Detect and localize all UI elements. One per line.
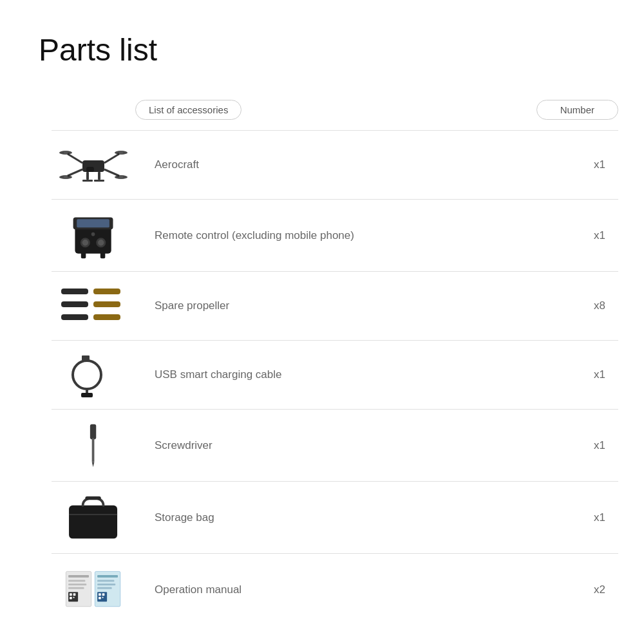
svg-rect-43 bbox=[86, 497, 101, 500]
svg-line-5 bbox=[104, 169, 119, 176]
svg-rect-51 bbox=[73, 593, 76, 596]
svg-rect-29 bbox=[93, 289, 120, 294]
remote-name: Remote control (excluding mobile phone) bbox=[135, 229, 580, 242]
manual-image bbox=[52, 565, 135, 614]
svg-rect-37 bbox=[81, 393, 93, 397]
svg-line-2 bbox=[68, 154, 82, 163]
manual-name: Operation manual bbox=[135, 583, 580, 596]
svg-rect-16 bbox=[82, 180, 93, 182]
table-row: Storage bag x1 bbox=[52, 481, 618, 553]
usb-count: x1 bbox=[580, 368, 618, 381]
table-row: Operation manual x2 bbox=[52, 553, 618, 625]
svg-point-10 bbox=[64, 151, 68, 155]
svg-point-24 bbox=[99, 240, 104, 245]
svg-rect-48 bbox=[69, 587, 84, 589]
svg-line-4 bbox=[104, 154, 119, 163]
screwdriver-count: x1 bbox=[580, 439, 618, 452]
manual-count: x2 bbox=[580, 583, 618, 596]
svg-point-13 bbox=[119, 175, 123, 179]
svg-rect-52 bbox=[70, 597, 72, 600]
usb-name: USB smart charging cable bbox=[135, 368, 580, 381]
table-header: List of accessories Number bbox=[52, 100, 618, 130]
svg-rect-26 bbox=[81, 252, 86, 258]
svg-rect-61 bbox=[102, 593, 105, 596]
bag-image bbox=[52, 493, 135, 542]
svg-rect-32 bbox=[61, 314, 88, 320]
svg-rect-1 bbox=[86, 167, 94, 172]
svg-point-11 bbox=[64, 175, 68, 179]
remote-image bbox=[52, 211, 135, 260]
svg-rect-55 bbox=[98, 575, 118, 578]
svg-rect-45 bbox=[69, 575, 90, 578]
table-row: Spare propeller x8 bbox=[52, 271, 618, 340]
svg-rect-15 bbox=[98, 172, 100, 180]
svg-rect-39 bbox=[92, 438, 95, 462]
propeller-count: x8 bbox=[580, 299, 618, 312]
bag-count: x1 bbox=[580, 511, 618, 524]
usb-image bbox=[52, 352, 135, 397]
aerocraft-count: x1 bbox=[580, 158, 618, 171]
page-title: Parts list bbox=[39, 32, 605, 68]
svg-rect-46 bbox=[69, 580, 86, 582]
svg-rect-50 bbox=[70, 593, 72, 596]
svg-rect-20 bbox=[77, 219, 110, 227]
aerocraft-name: Aerocraft bbox=[135, 158, 580, 171]
table-row: Remote control (excluding mobile phone) … bbox=[52, 199, 618, 271]
svg-rect-58 bbox=[98, 587, 113, 589]
screwdriver-name: Screwdriver bbox=[135, 439, 580, 452]
parts-table: Aerocraft x1 bbox=[52, 130, 618, 625]
svg-rect-62 bbox=[99, 597, 101, 600]
remote-count: x1 bbox=[580, 229, 618, 242]
svg-rect-14 bbox=[86, 172, 89, 180]
svg-marker-40 bbox=[92, 462, 95, 468]
svg-rect-38 bbox=[90, 424, 96, 439]
accessories-header: List of accessories bbox=[135, 100, 242, 120]
svg-rect-47 bbox=[69, 583, 87, 585]
parts-list-container: List of accessories Number bbox=[52, 100, 618, 625]
svg-rect-18 bbox=[75, 226, 111, 253]
svg-line-3 bbox=[68, 169, 82, 176]
svg-point-22 bbox=[82, 240, 88, 245]
propeller-name: Spare propeller bbox=[135, 299, 580, 312]
svg-rect-57 bbox=[98, 583, 116, 585]
svg-rect-30 bbox=[61, 301, 88, 307]
propeller-image bbox=[52, 283, 135, 328]
table-row: Screwdriver x1 bbox=[52, 409, 618, 481]
svg-rect-53 bbox=[73, 597, 75, 598]
svg-rect-27 bbox=[100, 252, 106, 258]
svg-rect-63 bbox=[102, 597, 104, 598]
svg-rect-17 bbox=[94, 180, 104, 182]
aerocraft-image bbox=[52, 142, 135, 187]
table-row: USB smart charging cable x1 bbox=[52, 340, 618, 409]
bag-name: Storage bag bbox=[135, 511, 580, 524]
screwdriver-image bbox=[52, 421, 135, 469]
svg-point-34 bbox=[73, 361, 101, 389]
table-row: Aerocraft x1 bbox=[52, 130, 618, 199]
number-header: Number bbox=[536, 100, 618, 120]
svg-rect-31 bbox=[93, 301, 120, 307]
svg-rect-35 bbox=[82, 355, 90, 361]
svg-rect-56 bbox=[98, 580, 115, 582]
svg-point-12 bbox=[119, 151, 123, 155]
svg-point-25 bbox=[91, 232, 95, 236]
svg-rect-60 bbox=[99, 593, 101, 596]
svg-rect-33 bbox=[93, 314, 120, 320]
svg-rect-28 bbox=[61, 289, 88, 294]
svg-rect-41 bbox=[70, 506, 118, 539]
